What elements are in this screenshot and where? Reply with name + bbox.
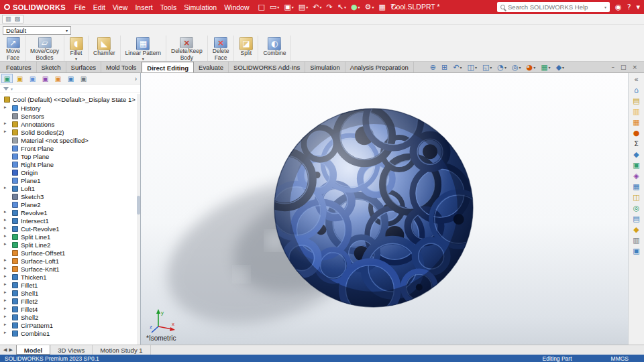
cam-feature-tab[interactable]: ▣: [65, 74, 76, 83]
zoom-area-icon[interactable]: ⊞: [441, 64, 447, 71]
measure-icon[interactable]: ◈: [633, 172, 639, 180]
expand-arrow-icon[interactable]: ▸: [4, 105, 7, 110]
menu-window[interactable]: Window: [221, 2, 252, 13]
deviation-analysis-icon[interactable]: ◆: [633, 226, 639, 233]
cam-operation-tab[interactable]: ▣: [78, 74, 89, 83]
expand-arrow-icon[interactable]: ▸: [4, 217, 7, 223]
show-feature-tree-icon[interactable]: ▥: [5, 16, 11, 22]
solidworks-resources-icon[interactable]: ⌂: [634, 86, 639, 94]
expand-arrow-icon[interactable]: ▸: [4, 209, 7, 215]
tree-item-combine1[interactable]: ▸Combine1: [2, 329, 140, 337]
tree-item-material-not-specified[interactable]: Material <not specified>: [2, 136, 140, 144]
tree-item-intersect1[interactable]: ▸Intersect1: [2, 217, 140, 225]
previous-view-icon[interactable]: ↶▾: [453, 64, 462, 71]
login-icon[interactable]: ◉: [615, 3, 622, 11]
statusbar-units[interactable]: MMGS: [611, 355, 629, 362]
chamfer-button[interactable]: ◣Chamfer: [89, 36, 121, 61]
performance-evaluation-icon[interactable]: ◎: [633, 204, 640, 212]
symmetry-check-icon[interactable]: ▥: [633, 237, 639, 244]
delete-keep-body-button[interactable]: ×Delete/KeepBody: [166, 36, 208, 61]
configuration-dropdown[interactable]: Default ▾: [3, 26, 71, 35]
menu-edit[interactable]: Edit: [90, 2, 109, 13]
section-view-icon[interactable]: ◫▾: [467, 64, 476, 71]
displaymanager-tab[interactable]: ▣: [52, 74, 64, 83]
tree-item-split-line1[interactable]: ▸Split Line1: [2, 233, 140, 241]
tab-sketch[interactable]: Sketch: [37, 62, 66, 72]
hide-show-items-icon[interactable]: ◎▾: [512, 64, 521, 71]
expand-arrow-icon[interactable]: ▸: [4, 330, 7, 335]
expand-arrow-icon[interactable]: ▸: [4, 322, 7, 327]
minimize-document-icon[interactable]: –: [611, 64, 614, 70]
expand-arrow-icon[interactable]: ▸: [4, 121, 7, 126]
tree-item-cirpattern1[interactable]: ▸CirPattern1: [2, 321, 140, 329]
menu-file[interactable]: File: [71, 2, 89, 13]
file-explorer-icon[interactable]: ▥: [633, 108, 639, 115]
new-file-icon[interactable]: □: [258, 3, 265, 11]
window-menu-icon[interactable]: ▾: [636, 3, 640, 11]
zoom-fit-icon[interactable]: ⊕: [430, 64, 436, 71]
tree-item-surface-knit1[interactable]: ▸Surface-Knit1: [2, 265, 140, 273]
expand-arrow-icon[interactable]: ▸: [4, 306, 7, 311]
menu-insert[interactable]: Insert: [131, 2, 156, 13]
tree-item-solid-bodies-2[interactable]: ▸Solid Bodies(2): [2, 128, 140, 136]
tab-surfaces[interactable]: Surfaces: [66, 62, 102, 72]
tree-item-surface-loft1[interactable]: ▸Surface-Loft1: [2, 257, 140, 265]
featuremanager-tab[interactable]: ▣: [1, 74, 13, 83]
tab-analysis-preparation[interactable]: Analysis Preparation: [345, 62, 414, 72]
dimxpertmanager-tab[interactable]: ▣: [40, 74, 51, 83]
propertymanager-tab[interactable]: ▣: [14, 74, 25, 83]
tree-item-origin[interactable]: Origin: [2, 168, 140, 176]
file-properties-icon[interactable]: ▦: [378, 3, 385, 11]
menu-view[interactable]: View: [109, 2, 131, 13]
delete-face-button[interactable]: ×DeleteFace: [208, 36, 235, 61]
tab-features[interactable]: Features: [1, 62, 37, 72]
apply-scene-icon[interactable]: ▦▾: [541, 64, 550, 71]
tab-mold-tools[interactable]: Mold Tools: [101, 62, 142, 72]
design-library-icon[interactable]: ▤: [633, 97, 639, 105]
split-button[interactable]: ◪Split: [234, 36, 258, 61]
graphics-viewport[interactable]: y x z *Isometric: [141, 73, 628, 345]
tree-scrollbar[interactable]: [137, 94, 140, 345]
help-menu-icon[interactable]: ?: [627, 3, 631, 11]
tab-scroll-next-icon[interactable]: ▶: [9, 347, 12, 353]
menu-tools[interactable]: Tools: [157, 2, 180, 13]
show-display-pane-icon[interactable]: ▧: [15, 16, 21, 22]
options-icon[interactable]: ⚙▾: [365, 3, 374, 11]
compare-icon[interactable]: ▣: [633, 247, 639, 255]
tree-item-revolve1[interactable]: ▸Revolve1: [2, 208, 140, 217]
expand-arrow-icon[interactable]: ▸: [4, 129, 7, 134]
tree-item-shell1[interactable]: ▸Shell1: [2, 289, 140, 297]
tree-scrollbar-thumb[interactable]: [137, 196, 140, 215]
restore-document-icon[interactable]: □: [621, 64, 627, 70]
tab-3d-views[interactable]: 3D Views: [50, 345, 93, 355]
tree-item-fillet4[interactable]: ▸Fillet4: [2, 305, 140, 313]
move-face-button[interactable]: ↗MoveFace: [1, 36, 25, 61]
display-style-icon[interactable]: ◔▾: [497, 64, 506, 71]
undo-icon[interactable]: ↶▾: [313, 3, 321, 11]
model-3d-view[interactable]: [141, 73, 627, 345]
combine-button[interactable]: ◐Combine: [258, 36, 291, 61]
save-icon[interactable]: ▣▾: [284, 3, 293, 11]
move-copy-bodies-button[interactable]: ▱Move/CopyBodies: [25, 36, 64, 61]
expand-arrow-icon[interactable]: ▸: [4, 282, 7, 287]
expand-arrow-icon[interactable]: ▸: [4, 298, 7, 303]
rebuild-icon[interactable]: ●▾: [351, 3, 360, 11]
tree-item-sketch3[interactable]: Sketch3: [2, 192, 140, 200]
tree-item-plane2[interactable]: Plane2: [2, 200, 140, 208]
appearances-scenes-icon[interactable]: ●: [633, 129, 640, 137]
expand-arrow-icon[interactable]: ▸: [4, 265, 7, 271]
tab-solidworks-add-ins[interactable]: SOLIDWORKS Add-Ins: [229, 62, 305, 72]
tab-evaluate[interactable]: Evaluate: [194, 62, 229, 72]
mass-properties-icon[interactable]: ▦: [633, 183, 639, 190]
tree-item-fillet1[interactable]: ▸Fillet1: [2, 281, 140, 289]
open-file-icon[interactable]: ▭▾: [270, 3, 279, 11]
tab-direct-editing[interactable]: Direct Editing: [142, 62, 194, 72]
linear-pattern-button[interactable]: ▦Linear Pattern▾: [121, 36, 166, 61]
tab-motion-study-1[interactable]: Motion Study 1: [93, 345, 150, 355]
tab-scroll-prev-icon[interactable]: ◀: [3, 347, 7, 353]
expand-arrow-icon[interactable]: ▸: [4, 233, 7, 239]
view-palette-icon[interactable]: ▦: [633, 119, 639, 126]
tree-item-thicken1[interactable]: ▸Thicken1: [2, 273, 140, 281]
close-document-icon[interactable]: ×: [632, 64, 637, 70]
search-box[interactable]: ▾: [497, 2, 610, 12]
